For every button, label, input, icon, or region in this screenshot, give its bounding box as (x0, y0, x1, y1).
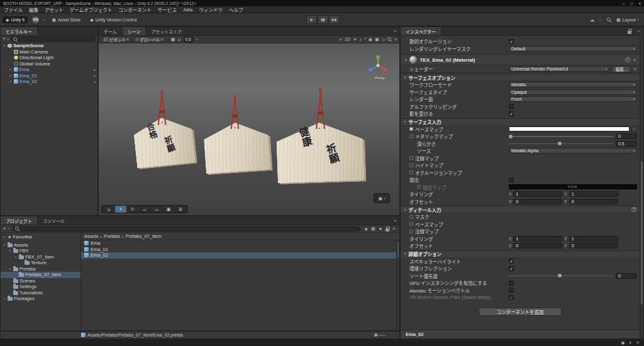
expand-arrow-icon[interactable]: ▾ (3, 44, 6, 47)
menu-item[interactable]: ウィンドウ (199, 6, 223, 13)
checkbox[interactable] (509, 287, 514, 293)
asset-item[interactable]: Ema_02 (81, 252, 399, 259)
texture-picker-icon[interactable] (409, 215, 413, 219)
expand-arrow-icon[interactable]: ▸ (9, 68, 13, 71)
number-field[interactable]: 0 (513, 199, 562, 204)
menu-icon[interactable]: ≡ (391, 27, 399, 35)
project-tree-item[interactable]: ▸★Favorites (1, 234, 80, 240)
section-foldout[interactable]: ▼サーフェスオプション (401, 74, 640, 81)
help-icon[interactable]: ? (631, 207, 636, 212)
chevron-down-icon[interactable]: ▾ (8, 227, 9, 230)
menu-icon[interactable]: ≡ (394, 37, 397, 42)
prefab-open-arrow-icon[interactable]: ▸ (94, 74, 96, 77)
menu-item[interactable]: ヘルプ (229, 6, 243, 13)
project-tree-item[interactable]: Prefabs_07_Item (1, 272, 80, 278)
checkbox[interactable]: ✓ (509, 111, 514, 116)
rect-tool-icon[interactable]: ▭ (151, 206, 162, 213)
label-icon[interactable]: ▤ (371, 226, 375, 231)
number-field[interactable]: 0 (569, 243, 618, 248)
menu-item[interactable]: 編集 (29, 6, 38, 13)
dropdown[interactable]: Opaque▾ (509, 89, 637, 95)
number-field[interactable]: 1 (569, 191, 618, 197)
expand-arrow-icon[interactable]: ▸ (9, 80, 13, 83)
number-field[interactable]: 0.5 (616, 141, 637, 147)
account-avatar[interactable]: KN (32, 16, 39, 23)
slider-knob[interactable] (558, 274, 562, 277)
version-control-button[interactable]: ◆ Unity Version Control (87, 16, 139, 23)
checkbox[interactable] (509, 104, 514, 109)
hierarchy-scene-row[interactable]: ▾ SampleScene (1, 43, 97, 49)
checkbox[interactable]: ✓ (509, 266, 514, 271)
number-field[interactable]: 0 (513, 243, 562, 248)
asset-item[interactable]: Ema_01 (81, 247, 399, 253)
pivot-toggle[interactable]: ◱ ピボット ▾ (101, 36, 131, 42)
cache-server-icon[interactable]: ◉ (621, 340, 625, 345)
expand-arrow-icon[interactable]: ▸ (3, 297, 6, 300)
chevron-down-icon[interactable]: ▾ (196, 38, 197, 41)
view-orientation-gizmo[interactable] (367, 55, 389, 76)
dropdown[interactable]: Metallic▾ (509, 82, 637, 87)
slider-knob[interactable] (558, 142, 562, 145)
camera-count-icon[interactable]: ▣ (375, 37, 379, 42)
search-icon[interactable] (387, 37, 392, 42)
lock-icon[interactable] (386, 228, 389, 232)
magnet-icon[interactable]: ∪ (177, 37, 180, 42)
view-tab[interactable]: シーン (123, 27, 147, 35)
persp-label[interactable]: ◂ Persp (365, 76, 392, 80)
view-tab[interactable]: プロジェクト (1, 216, 38, 225)
menu-item[interactable]: ゲームオブジェクト (70, 6, 112, 13)
texture-picker-icon[interactable] (409, 164, 413, 167)
hierarchy-item[interactable]: ▸Ema_01▸ (1, 73, 97, 79)
slider-knob[interactable] (509, 135, 513, 138)
breadcrumb-item[interactable]: Prefabs_07_Item (125, 233, 161, 239)
menu-item[interactable]: アセット (45, 6, 64, 13)
cloud-icon[interactable]: ☁ (590, 18, 594, 22)
shader-dropdown[interactable]: Universal Render Pipeline/Lit ▾ (509, 66, 609, 72)
add-asset-button[interactable]: + (3, 226, 6, 232)
shaded-mode-icon[interactable]: ◐ (340, 37, 342, 42)
zoom-slider[interactable] (374, 335, 386, 336)
checkbox[interactable]: ✓ (509, 259, 514, 264)
scale-tool-icon[interactable]: ▱ (139, 206, 150, 213)
expand-arrow-icon[interactable]: ▸ (9, 74, 13, 77)
camera-overlay[interactable]: ▣ ▾ (374, 193, 390, 203)
tab-hierarchy[interactable]: ヒエラルキー (1, 27, 38, 35)
help-icon[interactable]: ? (625, 57, 630, 62)
lighting-icon[interactable]: ☀ (353, 37, 357, 42)
expand-arrow-icon[interactable]: ▾ (3, 243, 6, 247)
orientation-toggle[interactable]: ○ グローバル ▾ (133, 36, 165, 42)
texture-picker-icon[interactable] (417, 185, 421, 189)
dropdown[interactable]: Metallic Alpha▾ (509, 148, 637, 153)
view-tab[interactable]: アセットストア (146, 27, 187, 35)
step-button[interactable]: ▶▮ (329, 15, 340, 24)
shader-edit-button[interactable]: 編集... (612, 66, 631, 72)
move-tool-icon[interactable]: + (115, 206, 126, 213)
hierarchy-item[interactable]: ▸Ema▸ (1, 67, 97, 73)
hierarchy-search-input[interactable] (11, 36, 96, 42)
twod-icon[interactable]: 2D (345, 37, 350, 42)
texture-picker-icon[interactable] (409, 156, 413, 160)
number-field[interactable]: 0 (616, 273, 637, 279)
slider[interactable] (509, 133, 614, 139)
effects-icon[interactable]: * (364, 37, 366, 42)
project-tree-item[interactable]: ▸Packages (1, 296, 80, 302)
expand-arrow-icon[interactable]: ▾ (14, 255, 18, 259)
menu-item[interactable]: Jobs (183, 7, 193, 13)
slider[interactable] (509, 141, 614, 147)
prefab-open-arrow-icon[interactable]: ▸ (94, 80, 96, 84)
hierarchy-item[interactable]: Main Camera (1, 49, 97, 55)
hierarchy-item[interactable]: ▸Ema_02▸ (1, 79, 97, 85)
expand-arrow-icon[interactable]: ▾ (8, 249, 12, 252)
custom-tool-icon[interactable]: ⊞ (175, 206, 186, 213)
minimize-button[interactable]: – (623, 1, 625, 6)
inspector-scrollbar[interactable] (640, 27, 643, 338)
chevron-down-icon[interactable]: ▾ (43, 18, 45, 21)
section-foldout[interactable]: ▼サーフェス入力 (401, 118, 640, 126)
texture-picker-icon[interactable] (409, 127, 413, 131)
expand-arrow-icon[interactable]: ▾ (8, 267, 12, 271)
maximize-button[interactable]: □ (630, 1, 633, 6)
hdr-color-field[interactable]: HDR (509, 184, 637, 189)
status-menu-icon[interactable]: ≡ (636, 340, 639, 345)
project-tree-item[interactable]: ▾FBX_07_Item (1, 254, 80, 260)
menu-icon[interactable]: ≡ (633, 58, 636, 62)
